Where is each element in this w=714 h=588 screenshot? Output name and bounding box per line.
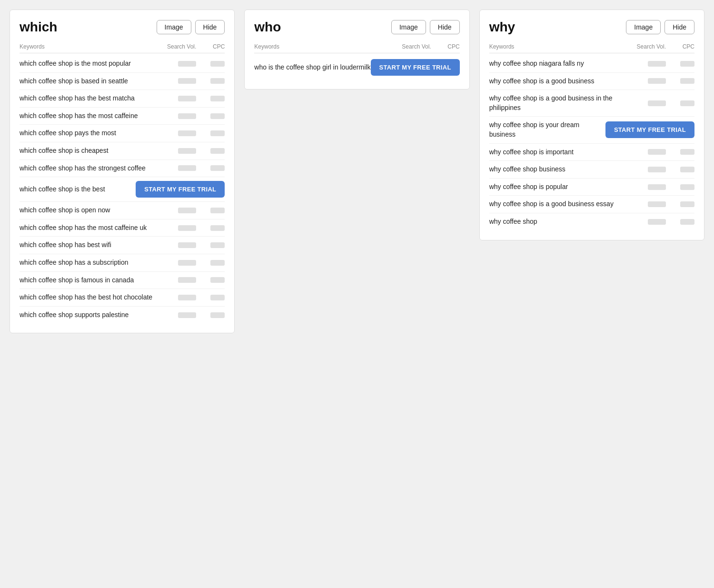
keyword-row-why-8: why coffee shop xyxy=(489,213,694,230)
vol-bar-why-6 xyxy=(648,184,666,190)
keyword-text-which-9: which coffee shop has the most caffeine … xyxy=(20,223,158,233)
cpc-bar-which-13 xyxy=(210,295,225,300)
cpc-bar-which-9 xyxy=(210,225,225,231)
keyword-text-which-14: which coffee shop supports palestine xyxy=(20,310,158,320)
image-button-why[interactable]: Image xyxy=(626,20,661,34)
vol-bar-why-7 xyxy=(648,201,666,207)
keyword-row-which-3: which coffee shop has the most caffeine xyxy=(20,108,225,125)
keyword-text-why-5: why coffee shop business xyxy=(489,165,628,174)
keyword-text-which-2: which coffee shop has the best matcha xyxy=(20,94,158,103)
keyword-text-which-6: which coffee shop has the strongest coff… xyxy=(20,164,158,173)
vol-bar-which-11 xyxy=(178,260,196,266)
panel-buttons-who: ImageHide xyxy=(391,20,460,34)
keyword-text-which-8: which coffee shop is open now xyxy=(20,206,158,215)
image-button-which[interactable]: Image xyxy=(157,20,191,34)
table-header-why: KeywordsSearch Vol.CPC xyxy=(489,43,694,53)
vol-bar-why-1 xyxy=(648,78,666,84)
cpc-bar-which-6 xyxy=(210,165,225,171)
cpc-bar-why-1 xyxy=(680,78,694,84)
keyword-row-who-0: who is the coffee shop girl in loudermil… xyxy=(254,55,459,80)
keyword-row-which-0: which coffee shop is the most popular xyxy=(20,55,225,73)
vol-bar-which-9 xyxy=(178,225,196,231)
vol-bar-which-5 xyxy=(178,148,196,154)
cpc-bar-which-2 xyxy=(210,96,225,101)
cta-button-why-3[interactable]: START MY FREE TRIAL xyxy=(605,121,694,138)
table-header-which: KeywordsSearch Vol.CPC xyxy=(20,43,225,53)
cpc-bar-which-1 xyxy=(210,78,225,84)
image-button-who[interactable]: Image xyxy=(391,20,426,34)
vol-bar-which-1 xyxy=(178,78,196,84)
keyword-text-which-0: which coffee shop is the most popular xyxy=(20,59,158,69)
panel-title-who: who xyxy=(254,20,281,35)
cta-button-who-0[interactable]: START MY FREE TRIAL xyxy=(371,59,460,76)
panel-buttons-which: ImageHide xyxy=(157,20,225,34)
cpc-bar-why-7 xyxy=(680,201,694,207)
keyword-text-which-11: which coffee shop has a subscription xyxy=(20,258,158,268)
keyword-text-why-3: why coffee shop is your dream business xyxy=(489,120,605,139)
vol-bar-why-5 xyxy=(648,167,666,172)
keyword-row-which-13: which coffee shop has the best hot choco… xyxy=(20,289,225,307)
keyword-text-why-0: why coffee shop niagara falls ny xyxy=(489,59,628,69)
keyword-row-which-12: which coffee shop is famous in canada xyxy=(20,272,225,289)
table-header-who: KeywordsSearch Vol.CPC xyxy=(254,43,459,53)
keyword-text-which-4: which coffee shop pays the most xyxy=(20,129,158,138)
keyword-row-why-1: why coffee shop is a good business xyxy=(489,73,694,90)
vol-bar-why-0 xyxy=(648,61,666,67)
col-cpc-label-why: CPC xyxy=(666,43,694,50)
hide-button-which[interactable]: Hide xyxy=(195,20,225,34)
col-cpc-label-who: CPC xyxy=(431,43,460,50)
keyword-row-why-5: why coffee shop business xyxy=(489,161,694,179)
cpc-bar-why-4 xyxy=(680,149,694,155)
vol-bar-which-2 xyxy=(178,96,196,101)
keyword-row-which-7: which coffee shop is the bestSTART MY FR… xyxy=(20,177,225,202)
cpc-bar-which-11 xyxy=(210,260,225,266)
cpc-bar-why-8 xyxy=(680,219,694,225)
hide-button-why[interactable]: Hide xyxy=(664,20,694,34)
vol-bar-which-14 xyxy=(178,312,196,318)
vol-bar-why-8 xyxy=(648,219,666,225)
keyword-row-which-14: which coffee shop supports palestine xyxy=(20,307,225,324)
panels-container: whichImageHideKeywordsSearch Vol.CPCwhic… xyxy=(10,10,704,333)
keyword-row-which-2: which coffee shop has the best matcha xyxy=(20,90,225,108)
keyword-text-which-1: which coffee shop is based in seattle xyxy=(20,77,158,86)
keyword-text-which-5: which coffee shop is cheapest xyxy=(20,146,158,156)
vol-bar-which-4 xyxy=(178,130,196,136)
hide-button-who[interactable]: Hide xyxy=(430,20,460,34)
vol-bar-which-8 xyxy=(178,208,196,213)
keyword-row-which-4: which coffee shop pays the most xyxy=(20,125,225,142)
cpc-bar-which-8 xyxy=(210,208,225,213)
keyword-text-why-1: why coffee shop is a good business xyxy=(489,77,628,86)
keyword-row-why-4: why coffee shop is important xyxy=(489,144,694,161)
panel-title-which: which xyxy=(20,20,57,35)
cpc-bar-why-6 xyxy=(680,184,694,190)
keyword-text-why-4: why coffee shop is important xyxy=(489,148,628,157)
col-keywords-label-why: Keywords xyxy=(489,43,628,50)
panel-which: whichImageHideKeywordsSearch Vol.CPCwhic… xyxy=(10,10,235,333)
cpc-bar-why-2 xyxy=(680,100,694,106)
cpc-bar-which-4 xyxy=(210,130,225,136)
panel-buttons-why: ImageHide xyxy=(626,20,694,34)
cpc-bar-which-3 xyxy=(210,113,225,119)
vol-bar-why-2 xyxy=(648,100,666,106)
keyword-text-who-0: who is the coffee shop girl in loudermil… xyxy=(254,63,370,72)
col-keywords-label-who: Keywords xyxy=(254,43,393,50)
vol-bar-which-13 xyxy=(178,295,196,300)
keyword-row-which-6: which coffee shop has the strongest coff… xyxy=(20,160,225,178)
cpc-bar-which-14 xyxy=(210,312,225,318)
vol-bar-why-4 xyxy=(648,149,666,155)
panel-header-which: whichImageHide xyxy=(20,20,225,35)
vol-bar-which-6 xyxy=(178,165,196,171)
col-cpc-label-which: CPC xyxy=(196,43,225,50)
keyword-text-why-8: why coffee shop xyxy=(489,217,628,227)
col-vol-label-why: Search Vol. xyxy=(628,43,666,50)
keyword-text-which-3: which coffee shop has the most caffeine xyxy=(20,111,158,121)
panel-header-why: whyImageHide xyxy=(489,20,694,35)
cta-button-which-7[interactable]: START MY FREE TRIAL xyxy=(136,181,225,198)
keyword-row-why-3: why coffee shop is your dream businessST… xyxy=(489,117,694,143)
keyword-text-which-10: which coffee shop has best wifi xyxy=(20,240,158,250)
vol-bar-which-12 xyxy=(178,277,196,283)
keyword-text-why-2: why coffee shop is a good business in th… xyxy=(489,94,628,112)
keyword-row-which-5: which coffee shop is cheapest xyxy=(20,142,225,160)
cpc-bar-why-5 xyxy=(680,167,694,172)
col-keywords-label-which: Keywords xyxy=(20,43,158,50)
